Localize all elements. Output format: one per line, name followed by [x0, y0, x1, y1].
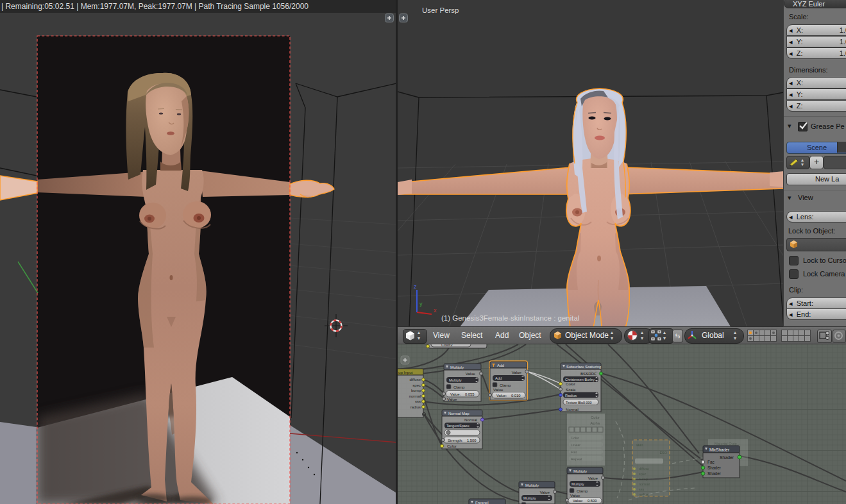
svg-text:Color2: Color2: [441, 344, 453, 347]
svg-text:TangentSpace: TangentSpace: [446, 424, 470, 428]
svg-text:Repeat: Repeat: [571, 457, 582, 461]
svg-text:0.010: 0.010: [511, 394, 521, 398]
svg-text:BSSRDF: BSSRDF: [580, 371, 596, 376]
svg-text:Multiply: Multiply: [449, 378, 462, 382]
svg-text:Normal: Normal: [464, 417, 477, 422]
svg-text:Normal: Normal: [566, 407, 579, 412]
svg-text:diffuse: diffuse: [639, 467, 649, 471]
svg-text:Value: Value: [570, 493, 580, 498]
svg-text:up Input: up Input: [398, 370, 413, 374]
svg-text:Multiply: Multiply: [450, 365, 464, 369]
svg-text:bump: bump: [639, 477, 648, 481]
svg-text:skin: skin: [636, 443, 643, 447]
svg-text:Shader: Shader: [720, 455, 734, 460]
svg-text:x: x: [434, 307, 437, 314]
svg-text:Color: Color: [566, 382, 575, 386]
svg-text:Add: Add: [495, 376, 502, 380]
svg-text:Value:: Value:: [450, 392, 461, 396]
svg-text:User Persp: User Persp: [422, 6, 459, 14]
svg-text:Material Outp...: Material Outp...: [715, 442, 740, 446]
svg-text:spec: spec: [412, 383, 421, 387]
svg-text:Texture Blu0.000: Texture Blu0.000: [566, 401, 591, 405]
svg-text:ESO: ESO: [659, 451, 667, 455]
svg-text:0.055: 0.055: [465, 392, 475, 396]
svg-text:radius: radius: [410, 405, 421, 409]
svg-text:Shader: Shader: [707, 466, 722, 470]
svg-text:(1) Genesis3Female-skinInstanc: (1) Genesis3Female-skinInstance : genita…: [441, 314, 579, 322]
svg-text:z: z: [414, 283, 417, 290]
svg-text:Fac: Fac: [707, 460, 715, 464]
svg-text:Value: Value: [466, 371, 476, 376]
svg-text:Multiply: Multiply: [573, 469, 588, 473]
svg-text:Normal Map: Normal Map: [448, 412, 470, 416]
svg-text:sss: sss: [415, 399, 421, 403]
svg-text:Value:: Value:: [573, 499, 583, 503]
svg-text:Color: Color: [571, 436, 579, 440]
svg-text:y: y: [419, 301, 423, 307]
svg-text:Strength:: Strength:: [448, 439, 463, 442]
svg-text:Multiply: Multiply: [525, 483, 539, 487]
svg-text:sss: sss: [639, 487, 645, 491]
svg-text:Multiply: Multiply: [571, 482, 584, 486]
svg-text:Alpha: Alpha: [590, 421, 600, 425]
svg-text:Scale: Scale: [566, 387, 576, 392]
svg-text:Color: Color: [591, 416, 600, 419]
svg-text:1.500: 1.500: [467, 439, 477, 442]
svg-text:radius: radius: [639, 492, 648, 496]
svg-text:Radius: Radius: [565, 394, 577, 398]
svg-text:Value: Value: [588, 476, 598, 480]
svg-text:Subsurface Scattering: Subsurface Scattering: [566, 365, 601, 369]
svg-text:Clamp: Clamp: [453, 385, 465, 389]
svg-text:normal: normal: [639, 482, 650, 486]
svg-text:bump: bump: [411, 389, 421, 392]
svg-text:spec: spec: [639, 472, 647, 476]
svg-text:Color: Color: [447, 444, 457, 448]
svg-text:Value: Value: [447, 397, 457, 401]
svg-text:Value:: Value:: [496, 394, 507, 398]
svg-text:MixShader: MixShader: [709, 448, 730, 452]
svg-text:Fresnel: Fresnel: [475, 500, 489, 504]
svg-text:Value: Value: [512, 370, 522, 374]
svg-text:| Remaining:05:02.51 | Mem:197: | Remaining:05:02.51 | Mem:1977.07M, Pea…: [1, 2, 309, 11]
svg-text:normal: normal: [409, 394, 421, 398]
svg-text:Linear: Linear: [571, 443, 580, 447]
svg-text:Value: Value: [540, 490, 550, 494]
svg-text:Flat: Flat: [571, 450, 577, 454]
svg-text:Multiply: Multiply: [523, 496, 536, 500]
svg-text:0.500: 0.500: [588, 499, 597, 503]
svg-text:Add: Add: [497, 363, 505, 367]
svg-text:Shader: Shader: [707, 471, 722, 476]
svg-text:Value: Value: [493, 387, 503, 392]
svg-text:diffuse: diffuse: [409, 378, 421, 382]
